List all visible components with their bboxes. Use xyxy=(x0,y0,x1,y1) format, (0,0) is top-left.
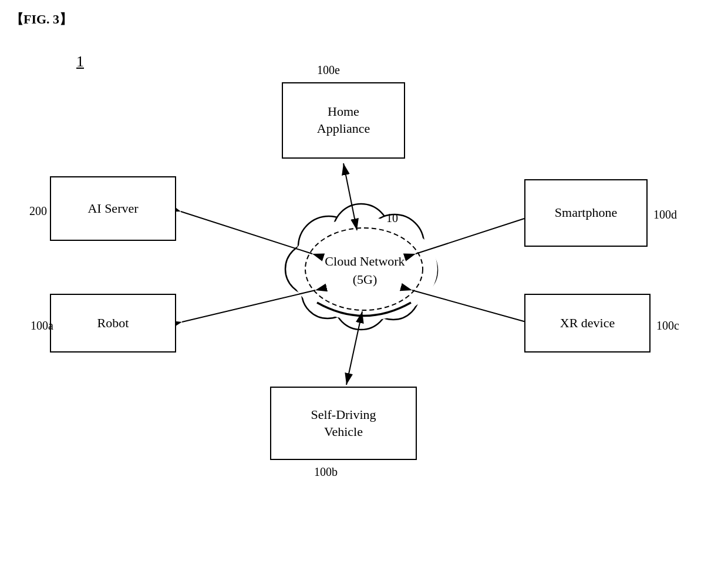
svg-line-15 xyxy=(182,290,315,322)
robot-box: Robot xyxy=(50,294,176,353)
xr-device-label: 100c xyxy=(656,319,679,333)
network-id-label: 10 xyxy=(386,212,398,225)
svg-line-18 xyxy=(416,219,524,254)
smartphone-label: 100d xyxy=(653,208,677,221)
ai-server-box: AI Server xyxy=(50,176,176,241)
home-appliance-label: 100e xyxy=(317,63,340,77)
ai-server-label: 200 xyxy=(29,204,47,218)
svg-line-14 xyxy=(181,212,312,254)
smartphone-box: Smartphone xyxy=(524,179,648,247)
home-appliance-box: HomeAppliance xyxy=(282,82,405,159)
svg-line-17 xyxy=(412,290,526,322)
cloud-network-label: Cloud Network(5G) xyxy=(319,253,410,289)
self-driving-box: Self-DrivingVehicle xyxy=(270,387,417,460)
self-driving-label: 100b xyxy=(314,465,338,479)
xr-device-box: XR device xyxy=(524,294,651,353)
robot-label: 100a xyxy=(31,319,53,333)
